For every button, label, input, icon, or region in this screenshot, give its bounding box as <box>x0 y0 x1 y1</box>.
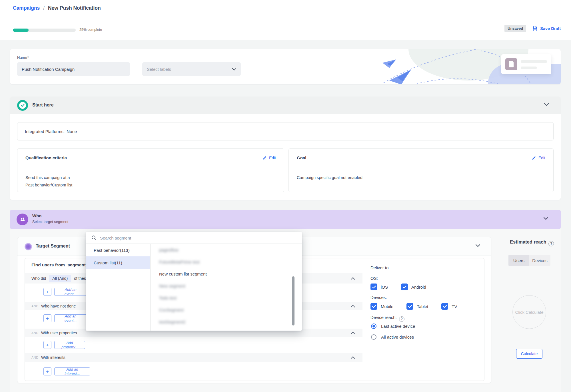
segment-type-selector[interactable]: segment <box>67 262 86 267</box>
breadcrumb-separator: / <box>43 5 45 11</box>
all-active-devices-label: All active devices <box>381 335 414 339</box>
start-here-header[interactable]: Start here <box>10 97 561 114</box>
collapse-chevron-up-icon[interactable] <box>351 356 355 359</box>
start-here-section: Start here Integrated Platforms: None Qu… <box>10 97 561 200</box>
category-past-behavior[interactable]: Past behavior(113) <box>86 244 150 256</box>
segment-item-redacted[interactable]: Todo test <box>151 292 293 304</box>
tab-devices[interactable]: Devices <box>529 255 550 266</box>
segment-sphere-icon <box>25 243 32 250</box>
labels-select[interactable]: Select labels <box>142 62 241 76</box>
segment-category-list: Past behavior(113) Custom list(11) <box>86 244 151 331</box>
who-people-icon <box>17 214 28 225</box>
segment-item-redacted[interactable]: FutureBetaPrime test <box>151 256 293 268</box>
step-complete-icon <box>17 100 28 111</box>
reach-option-all-active: All active devices <box>371 334 414 340</box>
segment-item-redacted[interactable]: testSegment2 <box>151 316 293 328</box>
add-event-row-1: + Add an event... <box>43 288 87 296</box>
chevron-down-icon <box>232 68 236 71</box>
android-checkbox[interactable] <box>401 284 408 290</box>
and-label: AND <box>31 356 41 359</box>
add-property-plus-button[interactable]: + <box>43 341 51 349</box>
collapse-chevron-up-icon[interactable] <box>351 332 355 334</box>
start-here-collapse-chevron-icon[interactable] <box>544 103 549 106</box>
collapse-chevron-up-icon[interactable] <box>351 277 355 280</box>
add-event-plus-button[interactable]: + <box>43 314 51 322</box>
segment-item-redacted[interactable]: pagesflow <box>151 244 293 256</box>
segment-item-list: pagesflow FutureBetaPrime test New custo… <box>151 244 293 331</box>
tablet-checkbox[interactable] <box>406 303 413 310</box>
device-reach-help-icon[interactable]: ? <box>399 316 404 322</box>
goal-text: Campaign specific goal not enabled. <box>297 174 545 181</box>
qualification-criteria-header: Qualification criteria Edit <box>17 149 284 167</box>
save-icon <box>532 26 538 31</box>
segment-item-redacted[interactable]: New segment <box>151 280 293 292</box>
add-interest-row: + Add an interest... <box>43 367 90 375</box>
add-event-button[interactable]: Add an event... <box>54 314 87 322</box>
last-active-device-radio[interactable] <box>371 323 376 329</box>
os-options-row: iOS Android <box>370 284 426 290</box>
save-draft-button[interactable]: Save Draft <box>532 26 561 31</box>
os-label: OS: <box>370 276 378 281</box>
add-property-button[interactable]: Add property... <box>54 341 85 349</box>
calculate-button[interactable]: Calculate <box>516 349 542 359</box>
mobile-checkbox[interactable] <box>370 303 377 310</box>
segment-item-redacted[interactable]: CsvSegment <box>151 304 293 316</box>
qualification-edit-label: Edit <box>269 156 276 160</box>
breadcrumb-campaigns-link[interactable]: Campaigns <box>13 5 40 11</box>
start-here-title: Start here <box>32 102 54 108</box>
ios-checkbox[interactable] <box>370 284 377 290</box>
qualification-line-2: Past behavior/Custom list <box>25 181 276 189</box>
pane-divider <box>363 258 363 381</box>
segment-search-row <box>86 232 302 244</box>
tab-users[interactable]: Users <box>508 255 529 266</box>
segment-search-input[interactable] <box>100 236 296 240</box>
add-interest-button[interactable]: Add an interest... <box>54 367 90 375</box>
and-label: AND <box>31 304 41 308</box>
campaign-name-input[interactable] <box>17 62 130 76</box>
required-asterisk: * <box>27 55 29 60</box>
progress-bar <box>13 29 76 32</box>
estimated-reach-help-icon[interactable]: ? <box>548 241 554 246</box>
notification-line-1 <box>521 60 547 63</box>
reach-placeholder-circle: Click Calculate <box>512 295 546 329</box>
goal-header: Goal Edit <box>289 149 553 167</box>
goal-title: Goal <box>297 155 306 160</box>
add-event-button[interactable]: Add an event... <box>54 288 87 296</box>
qualification-criteria-card: Qualification criteria Edit Send this ca… <box>17 148 284 192</box>
goal-card: Goal Edit Campaign specific goal not ena… <box>288 148 554 192</box>
top-header: Campaigns / New Push Notification 25% co… <box>0 0 571 40</box>
progress-label: 25% complete <box>79 28 102 32</box>
notification-line-2 <box>521 67 537 69</box>
who-section-header[interactable]: Who Select target segment <box>10 210 561 229</box>
integrated-platforms-label: Integrated Platforms: <box>25 129 65 134</box>
integrated-platforms-value: None <box>67 129 77 134</box>
condition-bar-interests[interactable]: AND With interests <box>25 353 362 362</box>
segment-item-new-custom-list[interactable]: New custom list segment <box>151 268 293 280</box>
last-active-device-label: Last active device <box>381 324 415 329</box>
qualification-edit-button[interactable]: Edit <box>262 156 276 160</box>
reach-option-last-active: Last active device <box>371 323 415 329</box>
save-draft-label: Save Draft <box>540 26 561 31</box>
add-interest-plus-button[interactable]: + <box>43 367 51 375</box>
target-segment-collapse-chevron-icon[interactable] <box>476 244 480 247</box>
match-type-chip[interactable]: All (And) <box>49 275 71 282</box>
tv-checkbox[interactable] <box>441 303 448 310</box>
add-event-plus-button[interactable]: + <box>43 288 51 296</box>
qualification-criteria-title: Qualification criteria <box>25 155 67 160</box>
goal-body: Campaign specific goal not enabled. <box>289 167 553 181</box>
pencil-icon <box>532 156 536 160</box>
integrated-platforms-box: Integrated Platforms: None <box>17 122 554 140</box>
all-active-devices-radio[interactable] <box>371 334 376 340</box>
popup-scrollbar-thumb[interactable] <box>292 276 294 325</box>
campaign-name-card: Name* Select labels <box>10 49 561 84</box>
header-actions: Unsaved Save Draft <box>504 25 561 32</box>
category-custom-list[interactable]: Custom list(11) <box>86 256 150 269</box>
who-collapse-chevron-icon[interactable] <box>544 217 548 220</box>
devices-options-row: Mobile Tablet TV <box>370 303 457 310</box>
collapse-chevron-up-icon[interactable] <box>351 305 355 307</box>
goal-edit-button[interactable]: Edit <box>532 156 545 160</box>
deliver-to-title: Deliver to <box>370 265 388 270</box>
goal-edit-label: Edit <box>538 156 545 160</box>
page-title: New Push Notification <box>48 5 101 11</box>
search-icon <box>91 235 97 240</box>
